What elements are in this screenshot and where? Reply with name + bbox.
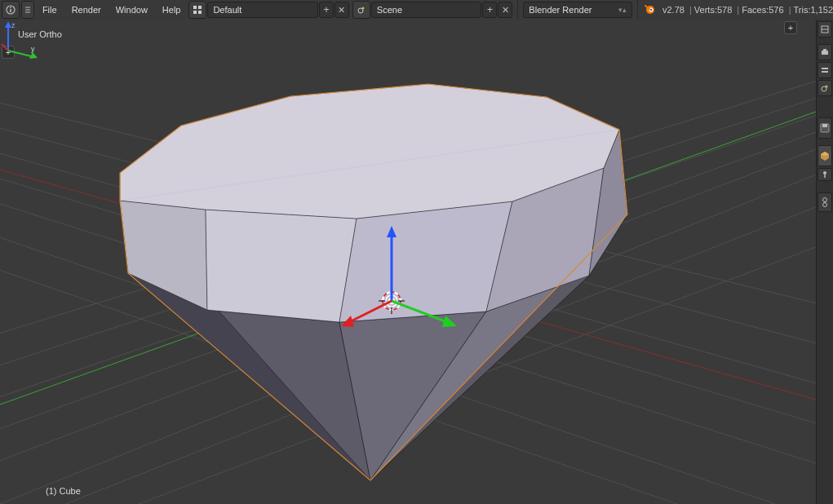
menu-help[interactable]: Help xyxy=(155,2,188,18)
tab-pin-icon[interactable] xyxy=(817,168,832,181)
svg-rect-72 xyxy=(822,71,828,73)
scene-add-button[interactable]: + xyxy=(482,2,497,18)
menu-render[interactable]: Render xyxy=(64,2,109,18)
svg-rect-71 xyxy=(822,68,828,69)
svg-point-14 xyxy=(650,9,652,11)
header-stats: v2.78 |Verts:578 |Faces:576 |Tris:1,152 xyxy=(662,5,833,15)
toolbar-expand-right[interactable]: + xyxy=(784,21,797,34)
info-editor-type-icon[interactable] xyxy=(2,1,20,19)
svg-rect-7 xyxy=(198,6,202,9)
svg-point-82 xyxy=(823,203,827,207)
svg-marker-39 xyxy=(206,210,357,322)
svg-marker-61 xyxy=(5,21,11,28)
tab-object-icon[interactable] xyxy=(817,145,832,166)
3d-viewport[interactable]: User Ortho (1) Cube + + z y xyxy=(0,20,817,504)
scene-remove-button[interactable]: ✕ xyxy=(498,2,512,18)
svg-rect-6 xyxy=(193,6,197,9)
svg-rect-69 xyxy=(822,51,828,55)
svg-point-79 xyxy=(823,171,826,175)
svg-point-1 xyxy=(10,7,11,8)
top-menu-bar: File Render Window Help Default + ✕ Scen… xyxy=(0,0,833,20)
tab-scene-icon[interactable] xyxy=(817,80,832,96)
collapse-menu-icon[interactable] xyxy=(21,1,34,19)
viewport-canvas xyxy=(0,20,817,504)
svg-rect-9 xyxy=(198,11,202,14)
svg-rect-2 xyxy=(10,9,11,12)
version-text: v2.78 xyxy=(662,5,685,15)
scene-browse-icon[interactable] xyxy=(352,1,370,19)
render-engine-text: Blender Render xyxy=(529,2,592,17)
faces-text: Faces:576 xyxy=(742,5,783,15)
layout-add-button[interactable]: + xyxy=(319,2,334,18)
properties-tab-strip xyxy=(816,20,833,504)
svg-point-74 xyxy=(826,86,828,88)
scene-field[interactable]: Scene xyxy=(371,2,482,18)
layout-field-text: Default xyxy=(213,2,241,17)
render-engine-select[interactable]: Blender Render ▾▴ xyxy=(523,2,632,18)
menu-window[interactable]: Window xyxy=(109,2,155,18)
tab-constraints-icon[interactable] xyxy=(817,192,832,212)
svg-line-66 xyxy=(2,44,8,51)
verts-text: Verts:578 xyxy=(694,5,732,15)
svg-rect-76 xyxy=(822,124,827,127)
layout-remove-button[interactable]: ✕ xyxy=(335,2,349,18)
layout-browse-icon[interactable] xyxy=(188,1,206,19)
blender-logo-icon xyxy=(643,2,656,17)
svg-rect-8 xyxy=(193,11,197,14)
tab-render-layers-icon[interactable] xyxy=(817,62,832,78)
menu-file[interactable]: File xyxy=(35,2,64,18)
svg-marker-40 xyxy=(339,201,512,322)
svg-point-81 xyxy=(823,198,827,202)
axis-orientation-widget: z y xyxy=(0,20,39,59)
tab-render-icon[interactable] xyxy=(817,44,832,60)
active-object-label: (1) Cube xyxy=(46,486,81,496)
svg-rect-70 xyxy=(823,49,826,51)
tab-save-icon[interactable] xyxy=(817,117,832,139)
mesh-object xyxy=(120,84,627,480)
editor-type-icon[interactable] xyxy=(817,21,832,38)
scene-field-text: Scene xyxy=(377,2,402,17)
svg-text:z: z xyxy=(11,21,16,29)
tris-text: Tris:1,152 xyxy=(794,5,833,15)
svg-text:y: y xyxy=(31,45,35,53)
layout-field[interactable]: Default xyxy=(207,2,318,18)
svg-point-11 xyxy=(361,7,364,10)
